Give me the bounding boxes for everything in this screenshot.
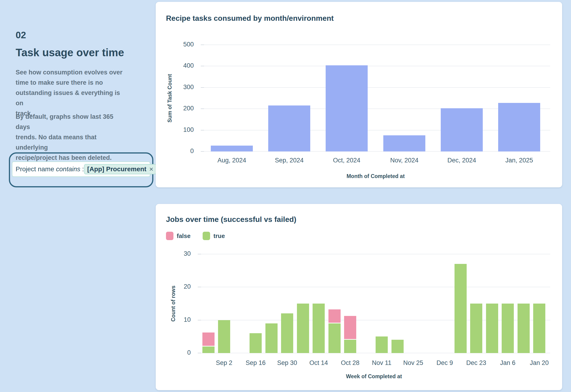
y-axis-title: Sum of Task Count — [167, 74, 173, 123]
x-tick-label: Dec 23 — [466, 359, 486, 366]
axis-tick — [201, 44, 204, 45]
gridline — [198, 287, 550, 287]
bar-segment-value[interactable] — [383, 135, 425, 152]
bar-segment-true[interactable] — [486, 304, 498, 353]
x-tick-label: Nov 11 — [372, 359, 391, 366]
y-axis-title: Count of rows — [170, 286, 176, 322]
filter-value: [App] Procurement — [87, 166, 147, 173]
axis-tick — [201, 87, 204, 88]
page-title: Task usage over time — [16, 46, 124, 59]
axis-tick — [198, 254, 201, 254]
bar-segment-true[interactable] — [517, 304, 530, 353]
y-tick-label: 0 — [163, 147, 194, 155]
y-tick-label: 500 — [163, 41, 194, 48]
bar-segment-false[interactable] — [344, 316, 356, 340]
recipe-tasks-card: Recipe tasks consumed by month/environme… — [156, 2, 562, 187]
bar-segment-true[interactable] — [455, 264, 467, 353]
y-tick-label: 0 — [160, 349, 191, 356]
x-tick-label: Oct 28 — [341, 359, 359, 366]
x-tick-label: Sep 16 — [246, 359, 266, 366]
gridline — [201, 151, 550, 152]
y-tick-label: 400 — [163, 62, 194, 69]
filter-operator: contains — [56, 166, 80, 173]
axis-tick — [201, 130, 204, 130]
bar-segment-value[interactable] — [268, 105, 310, 152]
bar-segment-true[interactable] — [470, 304, 482, 353]
x-tick-label: Jan 6 — [500, 359, 515, 366]
axis-tick — [201, 109, 204, 109]
x-tick-label: Nov, 2024 — [390, 157, 418, 164]
description-paragraph-1: See how consumption evolves over time to… — [16, 67, 128, 119]
x-tick-label: Dec 9 — [437, 359, 453, 366]
y-tick-label: 30 — [160, 250, 191, 257]
sidebar: 02 Task usage over time See how consumpt… — [0, 0, 156, 392]
bar-segment-true[interactable] — [313, 304, 325, 353]
gridline — [201, 130, 550, 130]
x-tick-label: Jan 20 — [530, 359, 549, 366]
x-tick-label: Nov 25 — [403, 359, 423, 366]
bar-segment-true[interactable] — [250, 333, 262, 353]
bar-segment-value[interactable] — [326, 65, 368, 152]
x-tick-label: Sep 2 — [216, 359, 232, 366]
filter-value-chip[interactable]: [App] Procurement × — [84, 164, 157, 174]
x-tick-label: Aug, 2024 — [217, 157, 246, 164]
gridline — [198, 254, 550, 254]
bar-segment-true[interactable] — [281, 313, 293, 353]
gridline — [201, 44, 550, 45]
axis-tick — [201, 151, 204, 152]
bar-segment-false[interactable] — [328, 309, 341, 323]
x-tick-label: Jan, 2025 — [505, 157, 533, 164]
jobs-over-time-chart: 0102030Sep 2Sep 16Sep 30Oct 14Oct 28Nov … — [156, 204, 562, 390]
x-axis-title: Week of Completed at — [346, 373, 402, 380]
bar-segment-value[interactable] — [498, 103, 540, 152]
x-axis-title: Month of Completed at — [346, 173, 405, 180]
gridline — [201, 66, 550, 66]
bar-segment-value[interactable] — [441, 108, 483, 152]
x-tick-label: Dec, 2024 — [447, 157, 476, 164]
bar-segment-true[interactable] — [344, 340, 356, 353]
jobs-over-time-card: Jobs over time (successful vs failed) fa… — [156, 204, 562, 390]
bar-segment-true[interactable] — [297, 304, 309, 353]
recipe-tasks-chart: 0100200300400500Aug, 2024Sep, 2024Oct, 2… — [156, 2, 562, 187]
filter-group: Project name contains : [App] Procuremen… — [9, 152, 153, 187]
remove-filter-icon[interactable]: × — [149, 166, 153, 173]
bar-segment-true[interactable] — [533, 304, 545, 353]
bar-segment-true[interactable] — [202, 347, 214, 353]
gridline — [201, 87, 550, 88]
bar-segment-true[interactable] — [391, 340, 404, 353]
bar-segment-true[interactable] — [502, 304, 514, 353]
bar-segment-true[interactable] — [218, 320, 230, 353]
dashboard-page: { "sidebar": { "section_number": "02", "… — [0, 0, 571, 392]
axis-tick — [198, 353, 201, 353]
section-number: 02 — [16, 30, 26, 40]
x-tick-label: Sep, 2024 — [275, 157, 303, 164]
x-tick-label: Oct, 2024 — [333, 157, 360, 164]
filter-label: Project name contains : — [16, 166, 84, 173]
y-tick-label: 100 — [163, 126, 194, 133]
project-name-filter[interactable]: Project name contains : [App] Procuremen… — [12, 161, 150, 177]
axis-tick — [198, 287, 201, 287]
axis-tick — [201, 66, 204, 66]
axis-tick — [198, 320, 201, 320]
bar-segment-false[interactable] — [202, 333, 214, 347]
bar-segment-value[interactable] — [211, 146, 253, 152]
bar-segment-true[interactable] — [328, 323, 341, 353]
gridline — [201, 109, 550, 109]
bar-segment-true[interactable] — [265, 323, 278, 353]
x-tick-label: Oct 14 — [309, 359, 328, 366]
bar-segment-true[interactable] — [376, 336, 388, 353]
x-tick-label: Sep 30 — [277, 359, 297, 366]
